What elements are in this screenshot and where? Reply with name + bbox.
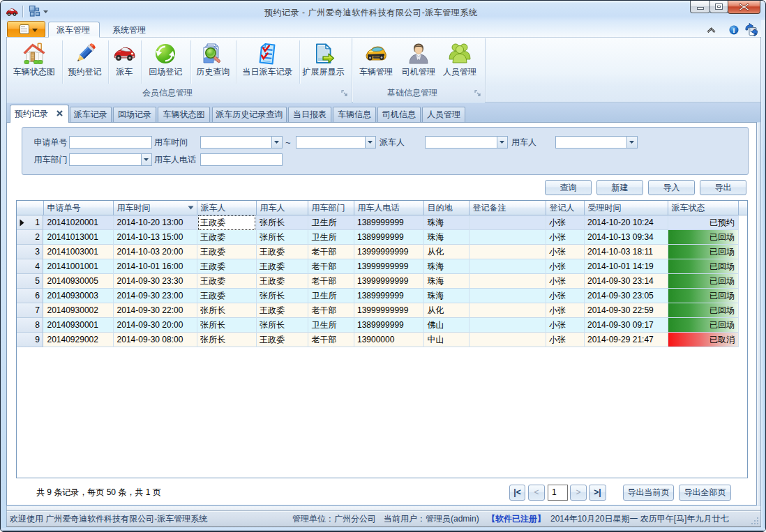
- svg-text:i: i: [733, 26, 735, 34]
